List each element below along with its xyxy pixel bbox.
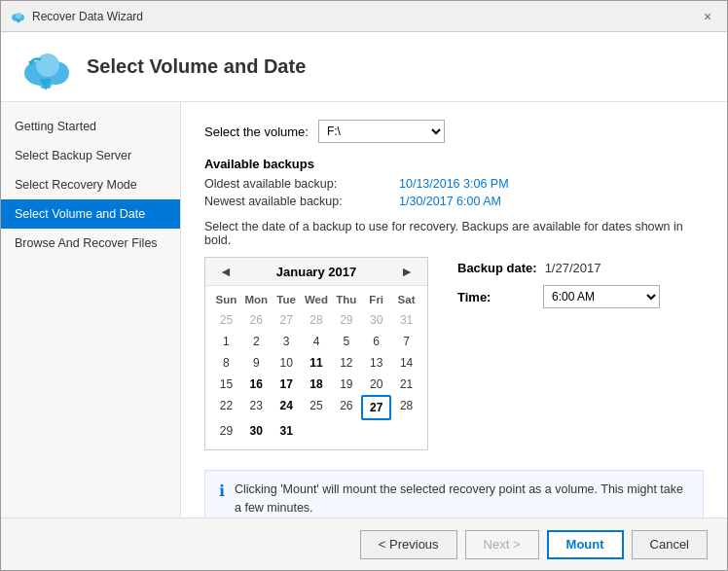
cal-day[interactable]: 1 [211, 331, 241, 352]
cal-day[interactable]: 2 [241, 331, 272, 352]
cal-week-4: 15 16 17 18 19 20 21 [211, 374, 421, 395]
time-select[interactable]: 6:00 AM 12:00 PM 6:00 PM [543, 285, 660, 308]
cal-day[interactable]: 14 [391, 352, 421, 374]
cancel-button[interactable]: Cancel [632, 530, 708, 559]
cal-day[interactable]: 28 [302, 309, 332, 331]
cal-day[interactable]: 19 [331, 374, 361, 395]
cal-day[interactable]: 29 [331, 309, 361, 331]
mount-button[interactable]: Mount [547, 530, 624, 559]
cal-header-sun: Sun [211, 290, 241, 309]
cal-day[interactable]: 10 [272, 352, 302, 374]
time-label: Time: [457, 290, 535, 304]
backup-date-value: 1/27/2017 [545, 261, 601, 275]
cal-header-wed: Wed [302, 290, 332, 309]
cal-day[interactable]: 12 [331, 352, 361, 374]
newest-value: 1/30/2017 6:00 AM [399, 195, 501, 208]
cal-day[interactable]: 7 [391, 331, 421, 352]
cal-day[interactable]: 30 [361, 309, 391, 331]
newest-backup-row: Newest available backup: 1/30/2017 6:00 … [204, 195, 704, 208]
cal-header-tue: Tue [272, 290, 302, 309]
cal-day[interactable]: 31 [272, 420, 302, 442]
volume-row: Select the volume: F:\ C:\ D:\ E:\ [204, 120, 704, 143]
main-content: Select the volume: F:\ C:\ D:\ E:\ Avail… [181, 102, 727, 517]
cal-day[interactable]: 11 [302, 352, 332, 374]
title-bar-title: Recover Data Wizard [32, 10, 143, 23]
cal-prev-btn[interactable]: ◄ [215, 264, 237, 279]
cal-day[interactable]: 6 [361, 331, 391, 352]
cal-day[interactable]: 15 [211, 374, 241, 395]
cal-week-2: 1 2 3 4 5 6 7 [211, 331, 421, 352]
cal-day[interactable]: 23 [241, 395, 272, 420]
cal-next-btn[interactable]: ► [396, 264, 418, 279]
oldest-value: 10/13/2016 3:06 PM [399, 177, 509, 191]
cal-header-sat: Sat [391, 290, 421, 309]
svg-point-5 [36, 54, 59, 77]
backup-date-label: Backup date: [457, 261, 537, 275]
wizard-window: Recover Data Wizard × Select Volume and … [0, 0, 728, 571]
app-icon [11, 9, 26, 24]
cal-day[interactable]: 4 [302, 331, 332, 352]
info-text: Clicking 'Mount' will mount the selected… [235, 481, 689, 517]
cal-day[interactable]: 16 [241, 374, 272, 395]
cal-day[interactable]: 9 [241, 352, 272, 374]
info-box: ℹ Clicking 'Mount' will mount the select… [204, 470, 704, 517]
cal-day [302, 420, 332, 442]
close-button[interactable]: × [698, 7, 717, 26]
cal-day[interactable]: 26 [241, 309, 272, 331]
volume-select[interactable]: F:\ C:\ D:\ E:\ [318, 120, 445, 143]
cal-day [391, 420, 421, 442]
title-bar: Recover Data Wizard × [1, 1, 727, 32]
sidebar-item-select-volume-date[interactable]: Select Volume and Date [1, 199, 180, 229]
cal-day[interactable]: 5 [331, 331, 361, 352]
cal-header-fri: Fri [361, 290, 391, 309]
cal-day[interactable]: 29 [211, 420, 241, 442]
prev-button[interactable]: < Previous [360, 530, 457, 559]
cal-day[interactable]: 31 [391, 309, 421, 331]
cal-day[interactable]: 8 [211, 352, 241, 374]
backup-date-row: Backup date: 1/27/2017 [457, 261, 660, 275]
cal-day[interactable]: 17 [272, 374, 302, 395]
svg-point-2 [16, 13, 21, 18]
cal-day[interactable]: 25 [302, 395, 332, 420]
cal-week-6: 29 30 31 [211, 420, 421, 442]
cal-day[interactable]: 26 [331, 395, 361, 420]
sidebar: Getting StartedSelect Backup ServerSelec… [1, 102, 181, 517]
oldest-label: Oldest available backup: [204, 177, 399, 191]
cal-week-3: 8 9 10 11 12 13 14 [211, 352, 421, 374]
cal-day[interactable]: 24 [272, 395, 302, 420]
sidebar-item-getting-started[interactable]: Getting Started [1, 112, 180, 141]
footer: < Previous Next > Mount Cancel [1, 517, 727, 570]
cal-day[interactable]: 30 [241, 420, 272, 442]
cal-week-1: 25 26 27 28 29 30 31 [211, 309, 421, 331]
cal-day [331, 420, 361, 442]
cal-day[interactable]: 28 [391, 395, 421, 420]
cal-day[interactable]: 21 [391, 374, 421, 395]
cal-header-thu: Thu [331, 290, 361, 309]
available-backups-header: Available backups [204, 157, 704, 171]
sidebar-item-select-backup-server[interactable]: Select Backup Server [1, 141, 180, 170]
cal-day[interactable]: 20 [361, 374, 391, 395]
calendar-header: ◄ January 2017 ► [205, 258, 427, 286]
calendar-and-options: ◄ January 2017 ► Sun Mon Tue Wed Thu Fri… [204, 257, 704, 450]
cal-month-year: January 2017 [276, 265, 356, 279]
cal-day-selected[interactable]: 27 [361, 395, 391, 420]
page-title: Select Volume and Date [87, 55, 306, 78]
cal-day[interactable]: 18 [302, 374, 332, 395]
backup-date-section: Backup date: 1/27/2017 Time: 6:00 AM 12:… [457, 257, 660, 308]
sidebar-item-browse-recover[interactable]: Browse And Recover Files [1, 229, 180, 258]
sidebar-item-select-recovery-mode[interactable]: Select Recovery Mode [1, 170, 180, 199]
wizard-header: Select Volume and Date [1, 32, 727, 102]
cal-day[interactable]: 22 [211, 395, 241, 420]
info-icon: ℹ [219, 482, 225, 500]
cal-day[interactable]: 25 [211, 309, 241, 331]
header-cloud-icon [20, 44, 71, 90]
cal-header-mon: Mon [241, 290, 272, 309]
date-select-instruction: Select the date of a backup to use for r… [204, 220, 704, 247]
cal-day[interactable]: 13 [361, 352, 391, 374]
cal-week-5: 22 23 24 25 26 27 28 [211, 395, 421, 420]
calendar: ◄ January 2017 ► Sun Mon Tue Wed Thu Fri… [204, 257, 428, 450]
content-area: Getting StartedSelect Backup ServerSelec… [1, 102, 727, 517]
next-button[interactable]: Next > [465, 530, 539, 559]
cal-day[interactable]: 3 [272, 331, 302, 352]
cal-day[interactable]: 27 [272, 309, 302, 331]
